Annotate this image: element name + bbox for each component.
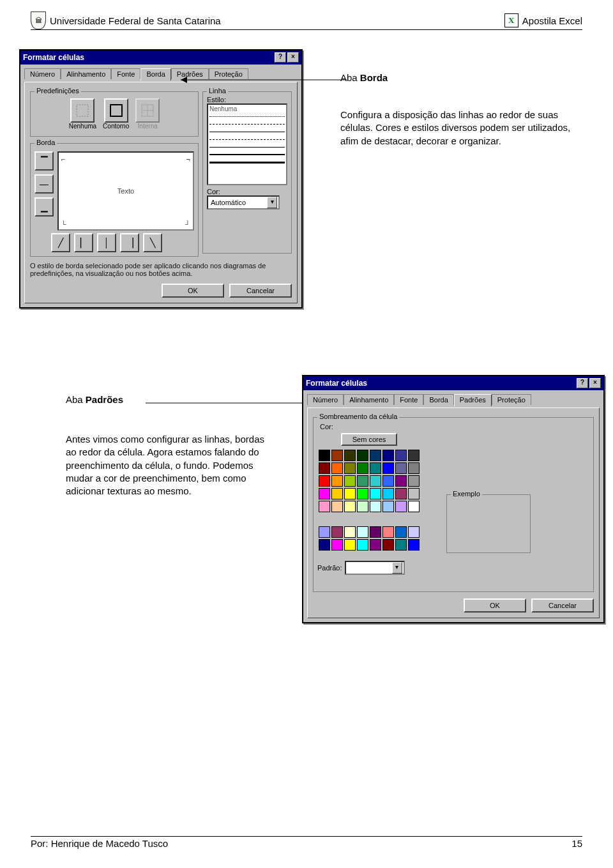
- color-swatch[interactable]: [331, 475, 343, 487]
- color-swatch[interactable]: [370, 501, 381, 512]
- help-icon[interactable]: ?: [275, 52, 286, 63]
- color-swatch[interactable]: [344, 526, 356, 538]
- tab-alinhamento[interactable]: Alinhamento: [61, 68, 111, 79]
- color-swatch[interactable]: [382, 488, 394, 499]
- color-swatch[interactable]: [344, 450, 356, 461]
- color-swatch[interactable]: [344, 462, 356, 474]
- color-swatch[interactable]: [319, 450, 330, 461]
- border-right-button[interactable]: ▕: [120, 233, 139, 252]
- style-thick-option[interactable]: [209, 160, 285, 165]
- color-swatch[interactable]: [382, 501, 394, 512]
- color-swatch[interactable]: [357, 501, 368, 512]
- color-swatch[interactable]: [408, 539, 420, 551]
- color-swatch[interactable]: [331, 526, 343, 538]
- tab-numero[interactable]: Número: [307, 394, 344, 405]
- color-swatch[interactable]: [319, 539, 330, 551]
- help-icon[interactable]: ?: [577, 378, 588, 388]
- style-dashed2-option[interactable]: [209, 137, 285, 142]
- color-swatch[interactable]: [370, 526, 381, 538]
- style-dotted-option[interactable]: [209, 114, 285, 119]
- border-bottom-button[interactable]: ▁: [34, 197, 54, 217]
- color-swatch[interactable]: [344, 488, 356, 499]
- tab-protecao[interactable]: Proteção: [492, 394, 531, 405]
- color-swatch[interactable]: [319, 475, 330, 487]
- color-swatch[interactable]: [357, 539, 368, 551]
- preset-outline-button[interactable]: [104, 98, 128, 123]
- color-swatch[interactable]: [357, 450, 368, 461]
- color-swatch[interactable]: [344, 501, 356, 512]
- color-swatch[interactable]: [319, 526, 330, 538]
- color-swatch[interactable]: [331, 488, 343, 499]
- border-diag-up-button[interactable]: ╲: [143, 233, 162, 252]
- style-thin2-option[interactable]: [209, 144, 285, 149]
- tab-padroes[interactable]: Padrões: [454, 394, 492, 406]
- color-swatch[interactable]: [408, 488, 420, 499]
- color-swatch[interactable]: [395, 450, 407, 461]
- border-top-button[interactable]: ▔: [34, 151, 54, 171]
- border-left-button[interactable]: ▏: [74, 233, 93, 252]
- border-middle-v-button[interactable]: │: [97, 233, 116, 252]
- border-middle-h-button[interactable]: ―: [34, 174, 54, 194]
- color-swatch[interactable]: [331, 450, 343, 461]
- tab-borda[interactable]: Borda: [423, 394, 453, 405]
- style-thin-option[interactable]: [209, 129, 285, 134]
- pattern-combo[interactable]: [345, 561, 405, 575]
- cancel-button[interactable]: Cancelar: [229, 284, 292, 298]
- tab-borda[interactable]: Borda: [140, 68, 170, 80]
- color-swatch[interactable]: [395, 488, 407, 499]
- color-swatch[interactable]: [319, 488, 330, 499]
- tab-numero[interactable]: Número: [24, 68, 61, 79]
- close-icon[interactable]: ×: [589, 378, 601, 388]
- line-style-list[interactable]: Nenhuma: [207, 103, 287, 185]
- color-swatch[interactable]: [382, 526, 394, 538]
- style-none-option[interactable]: Nenhuma: [209, 105, 237, 112]
- ok-button[interactable]: OK: [162, 284, 224, 298]
- color-swatch[interactable]: [370, 488, 381, 499]
- color-swatch[interactable]: [370, 462, 381, 474]
- color-swatch[interactable]: [395, 526, 407, 538]
- color-swatch[interactable]: [331, 501, 343, 512]
- color-swatch[interactable]: [357, 475, 368, 487]
- color-swatch[interactable]: [408, 526, 420, 538]
- color-swatch[interactable]: [382, 539, 394, 551]
- tab-alinhamento[interactable]: Alinhamento: [344, 394, 394, 405]
- color-swatch[interactable]: [344, 475, 356, 487]
- color-swatch[interactable]: [408, 501, 420, 512]
- preset-none-button[interactable]: [70, 98, 95, 123]
- color-swatch[interactable]: [344, 539, 356, 551]
- tab-fonte[interactable]: Fonte: [394, 394, 423, 405]
- color-swatch[interactable]: [382, 475, 394, 487]
- color-palette[interactable]: [317, 448, 421, 552]
- style-dashed-option[interactable]: [209, 121, 285, 126]
- color-swatch[interactable]: [408, 475, 420, 487]
- color-swatch[interactable]: [370, 450, 381, 461]
- color-swatch[interactable]: [331, 539, 343, 551]
- predef-label: Predefinições: [34, 87, 81, 95]
- color-swatch[interactable]: [395, 501, 407, 512]
- color-swatch[interactable]: [382, 462, 394, 474]
- no-color-button[interactable]: Sem cores: [341, 433, 398, 446]
- color-swatch[interactable]: [319, 501, 330, 512]
- tab-fonte[interactable]: Fonte: [111, 68, 140, 79]
- color-swatch[interactable]: [357, 462, 368, 474]
- ok-button[interactable]: OK: [464, 598, 526, 613]
- color-swatch[interactable]: [408, 450, 420, 461]
- color-swatch[interactable]: [319, 462, 330, 474]
- preset-inside-button[interactable]: [135, 98, 160, 123]
- color-swatch[interactable]: [395, 475, 407, 487]
- color-swatch[interactable]: [357, 526, 368, 538]
- color-swatch[interactable]: [370, 539, 381, 551]
- color-swatch[interactable]: [357, 488, 368, 499]
- style-medium-option[interactable]: [209, 152, 285, 157]
- border-diag-down-button[interactable]: ╱: [51, 233, 70, 252]
- cancel-button[interactable]: Cancelar: [531, 598, 594, 613]
- border-preview[interactable]: Texto ⌐ ¬ └ ┘: [57, 151, 194, 231]
- color-swatch[interactable]: [370, 475, 381, 487]
- color-swatch[interactable]: [382, 450, 394, 461]
- color-swatch[interactable]: [331, 462, 343, 474]
- color-swatch[interactable]: [395, 462, 407, 474]
- border-color-combo[interactable]: Automático: [207, 195, 280, 209]
- color-swatch[interactable]: [408, 462, 420, 474]
- close-icon[interactable]: ×: [287, 52, 299, 63]
- color-swatch[interactable]: [395, 539, 407, 551]
